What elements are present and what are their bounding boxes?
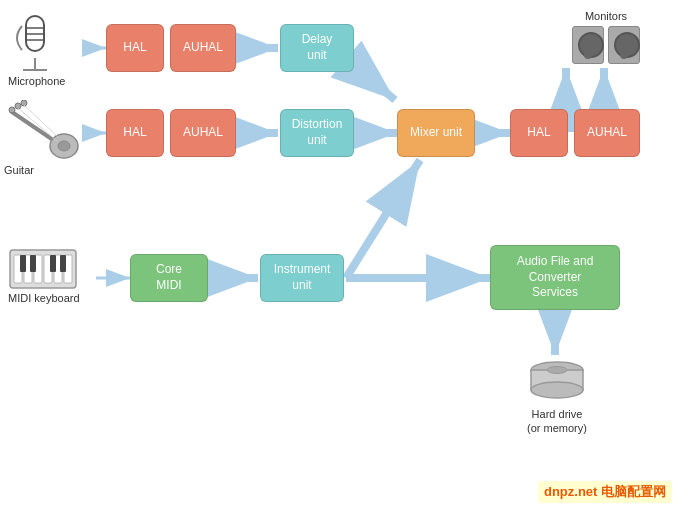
mixer-unit-box: Mixer unit [397,109,475,157]
svg-line-22 [12,112,56,142]
monitors-container: Monitors [572,8,640,64]
speakers-icon [572,26,640,64]
svg-line-6 [346,160,420,278]
distortion-unit-box: Distortion unit [280,109,354,157]
hard-drive-container: Hard drive(or memory) [527,350,587,436]
row2-hal-box: HAL [106,109,164,157]
speaker-left-icon [572,26,604,64]
speaker-right-icon [608,26,640,64]
midi-keyboard-icon [8,245,78,290]
svg-rect-40 [60,255,66,272]
hard-drive-label: Hard drive(or memory) [527,407,587,436]
svg-point-25 [9,107,15,113]
microphone-icon-container: Microphone [8,8,65,87]
output-auhal-box: AUHAL [574,109,640,157]
row1-auhal-box: AUHAL [170,24,236,72]
delay-unit-box: Delay unit [280,24,354,72]
svg-line-29 [18,108,58,142]
guitar-label: Guitar [4,164,34,176]
watermark: dnpz.net 电脑配置网 [538,481,672,503]
output-hal-box: HAL [510,109,568,157]
row1-hal-box: HAL [106,24,164,72]
midi-keyboard-icon-container: MIDI keyboard [8,245,80,304]
core-midi-box: Core MIDI [130,254,208,302]
guitar-icon [4,100,84,162]
svg-rect-38 [30,255,36,272]
hard-drive-icon [527,350,587,405]
audio-file-box: Audio File and Converter Services [490,245,620,310]
svg-rect-39 [50,255,56,272]
microphone-icon [8,8,63,73]
instrument-unit-box: Instrument unit [260,254,344,302]
svg-point-44 [547,367,567,374]
microphone-label: Microphone [8,75,65,87]
guitar-icon-container: Guitar [4,100,84,176]
midi-keyboard-label: MIDI keyboard [8,292,80,304]
row2-auhal-box: AUHAL [170,109,236,157]
diagram: Microphone Guitar [0,0,680,511]
svg-rect-37 [20,255,26,272]
monitors-label: Monitors [585,10,627,22]
svg-point-24 [58,141,70,151]
svg-point-43 [531,382,583,398]
